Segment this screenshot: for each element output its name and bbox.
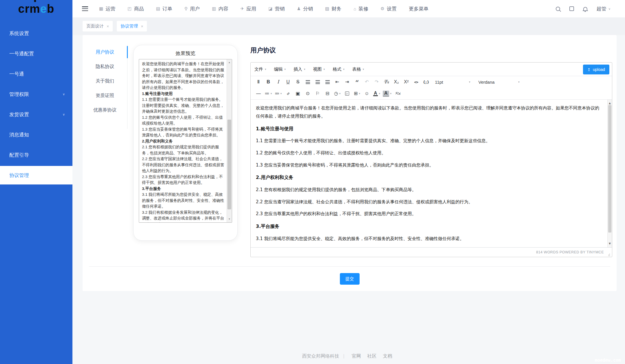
topnav-item-more-menu[interactable]: 更多菜单: [409, 6, 429, 12]
text-color-button[interactable]: A▾: [373, 89, 380, 98]
resize-grip-icon[interactable]: ⣴: [608, 252, 611, 256]
preview-scrollbar[interactable]: ▲ ▼: [227, 59, 232, 222]
font-family-select[interactable]: Verdana▾: [477, 80, 521, 85]
menubar-insert[interactable]: 插入▾: [294, 67, 305, 72]
upload-button[interactable]: ↥ upload: [583, 65, 609, 74]
marketing-chart-icon: ◪: [268, 6, 272, 11]
bag-icon: ◰: [127, 6, 132, 11]
indent-button[interactable]: ⇥: [343, 78, 351, 86]
close-icon[interactable]: ×: [141, 24, 143, 29]
close-icon[interactable]: ×: [107, 24, 109, 29]
topnav-item-settings[interactable]: ⚙设置: [380, 6, 396, 12]
align-center-button[interactable]: [314, 78, 321, 86]
tab-agreement-manage[interactable]: 协议管理×: [117, 21, 147, 32]
sidebar-item-yihaotong-config[interactable]: 一号通配置: [0, 43, 72, 64]
remove-format-icon: Tₓ: [384, 80, 389, 84]
topnav-item-user[interactable]: ⚲用户: [185, 6, 200, 12]
scroll-down-icon[interactable]: ▼: [227, 217, 232, 221]
notification-bell-icon[interactable]: [583, 7, 587, 11]
search-icon[interactable]: [556, 7, 560, 11]
align-left-button[interactable]: [304, 78, 311, 86]
footer-link-community[interactable]: 社区: [367, 354, 377, 358]
menubar-format[interactable]: 格式▾: [333, 67, 345, 72]
topnav-item-content[interactable]: ▥内容: [212, 6, 228, 12]
fullscreen-button[interactable]: ⇱⇲: [394, 89, 401, 98]
fullscreen-icon[interactable]: [569, 6, 574, 11]
user-menu[interactable]: 超管 ∨: [597, 6, 611, 12]
insert-datetime-button[interactable]: ◷▾: [334, 89, 341, 98]
align-right-button[interactable]: [324, 78, 331, 86]
scroll-down-icon[interactable]: ▼: [608, 241, 612, 246]
bold-button[interactable]: B: [265, 78, 272, 86]
agreement-tab-about-us[interactable]: 关于我们: [83, 74, 127, 88]
tab-page-design[interactable]: 页面设计×: [83, 21, 113, 32]
scroll-up-icon[interactable]: ▲: [227, 61, 232, 64]
menubar-table[interactable]: 表格▾: [352, 67, 364, 72]
link-button[interactable]: ∞: [284, 89, 292, 98]
caret-down-icon: ▾: [339, 92, 341, 95]
topnav-item-decoration[interactable]: ⌂装修: [354, 6, 368, 12]
table-button[interactable]: ⊞▾: [353, 89, 361, 98]
image-icon: ▣: [296, 91, 300, 96]
code-button[interactable]: <>: [412, 78, 420, 86]
topnav-item-application[interactable]: ✈应用: [240, 6, 256, 12]
sidebar-item-message-notify[interactable]: 消息通知: [0, 125, 72, 145]
anchor-bookmark-button[interactable]: ⚐: [314, 89, 321, 98]
footer-link-official-site[interactable]: 官网: [352, 354, 361, 358]
find-replace-icon: ‖: [257, 80, 260, 84]
emoticons-button[interactable]: ☺: [363, 89, 371, 98]
footer-link-docs[interactable]: 文档: [383, 354, 392, 358]
menubar-edit[interactable]: 编辑▾: [274, 67, 286, 72]
remove-format-button[interactable]: Tₓ: [383, 78, 390, 86]
undo-button[interactable]: ↶: [363, 78, 371, 86]
agreement-tab-coupon-agreement[interactable]: 优惠券协议: [83, 103, 127, 117]
scrollbar-thumb[interactable]: [227, 120, 231, 209]
strikethrough-button[interactable]: S: [294, 78, 302, 86]
menubar-label: 插入: [294, 67, 302, 72]
find-replace-button[interactable]: ‖: [255, 78, 262, 86]
preview-eye-button[interactable]: ⊙: [304, 89, 311, 98]
font-size-select[interactable]: 11pt▾: [434, 80, 471, 85]
image-button[interactable]: ▣: [294, 89, 302, 98]
bullet-list-button[interactable]: ≔▾: [265, 89, 272, 98]
sidebar-item-system-settings[interactable]: 系统设置: [0, 23, 72, 43]
underline-button[interactable]: U: [284, 78, 292, 86]
sidebar-item-config-guide[interactable]: 配置引导: [0, 145, 72, 165]
menubar-file[interactable]: 文件▾: [254, 67, 266, 72]
media-button[interactable]: ▷: [343, 89, 351, 98]
menubar-view[interactable]: 视图▾: [313, 67, 325, 72]
code-sample-button[interactable]: {;}: [422, 78, 430, 86]
page-title: 用户协议: [250, 46, 612, 55]
italic-button[interactable]: I: [274, 78, 282, 86]
caret-down-icon: ▾: [271, 92, 272, 95]
outdent-icon: ⇤: [335, 80, 339, 84]
topnav-item-marketing[interactable]: ◪营销: [268, 6, 285, 12]
submit-button[interactable]: 提交: [340, 273, 360, 285]
superscript-button[interactable]: X²: [402, 78, 410, 86]
sidebar-item-admin-permission[interactable]: 管理权限∨: [0, 84, 72, 104]
sidebar-item-shipping-settings[interactable]: 发货设置∨: [0, 104, 72, 125]
agreement-tab-privacy-agreement[interactable]: 隐私协议: [83, 59, 127, 74]
page-break-button[interactable]: ⊟: [324, 89, 331, 98]
redo-button[interactable]: ↷: [373, 78, 380, 86]
subscript-button[interactable]: X₂: [393, 78, 400, 86]
collapse-sidebar-icon[interactable]: [82, 6, 88, 11]
brand-logo[interactable]: crmeb: [0, 0, 72, 17]
blockquote-button[interactable]: “: [353, 78, 361, 86]
scrollbar-thumb[interactable]: [608, 105, 611, 233]
outdent-button[interactable]: ⇤: [334, 78, 341, 86]
horizontal-rule-button[interactable]: —: [255, 89, 262, 98]
topnav-item-distribution[interactable]: ♟分销: [297, 6, 313, 12]
topnav-item-product[interactable]: ◰商品: [127, 6, 144, 12]
agreement-tab-user-agreement[interactable]: 用户协议: [83, 45, 127, 59]
topnav-item-order[interactable]: ▤订单: [156, 6, 172, 12]
sidebar-item-agreement-manage[interactable]: 协议管理: [0, 166, 72, 184]
editor-content-area[interactable]: 欢迎您使用我们的商城平台服务！在您开始使用之前，请仔细阅读以下条款。当您使用我们…: [251, 100, 612, 247]
topnav-item-operation[interactable]: ▦运营: [99, 6, 115, 12]
sidebar-item-yihaotong[interactable]: 一号通: [0, 64, 72, 84]
agreement-tab-qualification[interactable]: 资质证照: [83, 88, 127, 103]
editor-scrollbar[interactable]: ▲ ▼: [607, 100, 612, 247]
numbered-list-button[interactable]: ≕▾: [274, 89, 282, 98]
topnav-item-finance[interactable]: ▨财务: [325, 6, 341, 12]
background-color-button[interactable]: A▾: [383, 89, 391, 98]
